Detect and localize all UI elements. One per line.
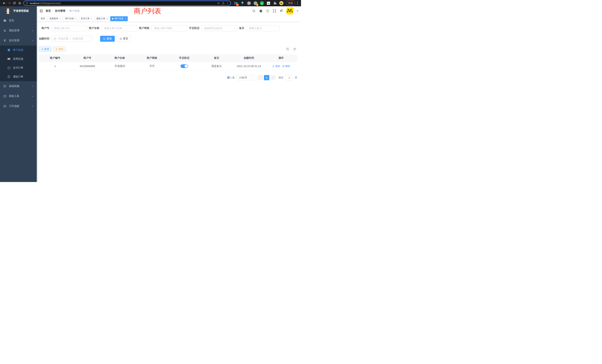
- reset-button[interactable]: 重置: [117, 36, 131, 42]
- tag-user-group[interactable]: 用户分组 ×: [63, 16, 78, 21]
- font-size-icon[interactable]: tT: [280, 9, 283, 13]
- refresh-table-button[interactable]: [292, 46, 297, 52]
- edit-link[interactable]: 修改: [272, 64, 280, 68]
- address-bar[interactable]: localhost:1024/pay/merchant ☆: [23, 0, 231, 6]
- sidebar-item-refund-order[interactable]: 退款订单: [0, 72, 37, 81]
- close-icon[interactable]: ×: [106, 17, 108, 20]
- cell-status: [168, 64, 200, 68]
- tag-pay-order[interactable]: 支付订单 ×: [79, 16, 94, 21]
- avatar-caret-icon[interactable]: [297, 11, 298, 12]
- site-info-icon[interactable]: [26, 2, 28, 5]
- sidebar-item-workflow[interactable]: 工作流程: [0, 101, 37, 111]
- start-date-placeholder[interactable]: 开始日期: [58, 37, 68, 40]
- browser-menu-button[interactable]: [297, 2, 298, 5]
- sidebar-item-pay-order[interactable]: ¥ 支付订单: [0, 63, 37, 72]
- page-1-button[interactable]: 1: [264, 75, 269, 80]
- edit-pencil-icon: [272, 65, 275, 67]
- toggle-search-button[interactable]: [285, 46, 290, 52]
- bookmark-star-icon[interactable]: ☆: [226, 2, 229, 5]
- close-icon[interactable]: ×: [125, 17, 126, 20]
- status-toggle[interactable]: [181, 64, 188, 68]
- merchant-no-input[interactable]: [52, 25, 87, 31]
- extensions-puzzle-icon[interactable]: [273, 1, 277, 5]
- end-date-placeholder[interactable]: 结束日期: [73, 37, 83, 40]
- browser-update-button[interactable]: 更新: [286, 0, 295, 6]
- page-size-select[interactable]: 10条/页: [236, 75, 255, 80]
- sidebar-item-label: 应用信息: [13, 57, 23, 61]
- tag-merchant-info[interactable]: 商户信息 ×: [110, 16, 128, 21]
- sidebar-item-payment[interactable]: ¥ 支付管理: [0, 36, 37, 46]
- app-title: 芋道管理系统: [13, 9, 29, 13]
- pagination-total-suffix: 条: [232, 76, 235, 79]
- column-header: 商户全称: [104, 56, 136, 60]
- github-icon[interactable]: [259, 9, 263, 13]
- close-icon[interactable]: ×: [91, 17, 92, 20]
- breadcrumb-home[interactable]: 首页: [46, 9, 51, 13]
- extension-notes-icon[interactable]: [266, 1, 270, 5]
- short-name-input[interactable]: [152, 25, 187, 31]
- extension-gem-icon[interactable]: [240, 1, 245, 5]
- sidebar-item-label: 退款订单: [13, 75, 23, 78]
- delete-label: 删除: [285, 64, 290, 68]
- sidebar-item-system[interactable]: ⚙ 系统管理: [0, 26, 37, 36]
- sidebar-item-label: 商户信息: [13, 48, 23, 52]
- close-icon[interactable]: ×: [59, 17, 61, 20]
- password-key-icon[interactable]: [217, 2, 220, 5]
- browser-home-button[interactable]: [17, 0, 22, 6]
- status-select-input[interactable]: [202, 25, 237, 31]
- sidebar-logo[interactable]: 芋道管理系统: [0, 6, 37, 16]
- share-icon[interactable]: [222, 2, 225, 5]
- sidebar-item-infrastructure[interactable]: 基础设施: [0, 81, 37, 91]
- goto-prefix: 前往: [279, 76, 283, 79]
- close-icon[interactable]: ×: [75, 17, 76, 20]
- browser-forward-button[interactable]: [7, 0, 12, 6]
- question-glyph: ?: [267, 10, 268, 12]
- column-header: 商户号: [71, 56, 103, 60]
- puzzle-icon: [273, 1, 277, 5]
- extension-command-icon[interactable]: ⌘: [247, 1, 251, 5]
- help-icon[interactable]: ?: [266, 9, 269, 13]
- yen-icon: ¥: [3, 39, 6, 42]
- plus-icon: [41, 48, 43, 50]
- table-row: 1 M233666999 芋道源码 芋艿 我是备注 2021-10-23 08:…: [39, 62, 297, 71]
- extension-emoji-avatar[interactable]: [279, 1, 283, 5]
- extension-badge: 10: [236, 4, 239, 6]
- status-select[interactable]: [202, 25, 237, 31]
- delete-link[interactable]: 删除: [282, 64, 290, 68]
- user-avatar[interactable]: [286, 7, 293, 14]
- extension-sidebar-icon[interactable]: 10: [234, 1, 238, 5]
- browser-reload-button[interactable]: [12, 0, 17, 6]
- goto-page-input[interactable]: [285, 75, 293, 80]
- sidebar-item-home[interactable]: 首页: [0, 16, 37, 26]
- full-name-input[interactable]: [102, 25, 137, 31]
- sidebar-item-label: 工作流程: [9, 105, 19, 108]
- prev-page-button[interactable]: [258, 75, 263, 80]
- tag-process-form[interactable]: 流程表单 ×: [48, 16, 63, 21]
- extension-badge: 1: [256, 4, 258, 6]
- add-button[interactable]: 新增: [39, 46, 51, 52]
- chevron-down-icon: [32, 85, 34, 87]
- sidebar-item-app-info[interactable]: 应用信息: [0, 54, 37, 63]
- header-search-icon[interactable]: [252, 9, 256, 13]
- date-range-picker[interactable]: 开始日期 - 结束日期: [52, 36, 92, 42]
- refresh-icon: [293, 48, 296, 50]
- browser-back-button[interactable]: [1, 0, 7, 6]
- sidebar-item-dev-tools[interactable]: 研发工具: [0, 91, 37, 101]
- remark-input[interactable]: [247, 25, 280, 31]
- search-button[interactable]: 搜索: [100, 36, 115, 42]
- sidebar-item-merchant-info[interactable]: 商户信息: [0, 46, 37, 54]
- sidebar-collapse-button[interactable]: [37, 6, 46, 16]
- extension-proxy-icon[interactable]: 1: [253, 1, 258, 5]
- document-icon: [7, 75, 10, 78]
- breadcrumb-payment[interactable]: 支付管理: [55, 9, 65, 13]
- next-page-button[interactable]: [270, 75, 276, 80]
- forward-icon: [8, 2, 11, 5]
- reset-button-label: 重置: [123, 37, 128, 40]
- fullscreen-icon[interactable]: [273, 9, 276, 13]
- extension-y-icon[interactable]: y: [260, 1, 264, 5]
- tag-refund-order[interactable]: 退款订单 ×: [95, 16, 109, 21]
- date-separator: -: [70, 37, 71, 40]
- export-button[interactable]: 导出: [53, 46, 66, 52]
- url-text[interactable]: localhost:1024/pay/merchant: [30, 2, 216, 5]
- tag-home[interactable]: 首页: [39, 16, 47, 21]
